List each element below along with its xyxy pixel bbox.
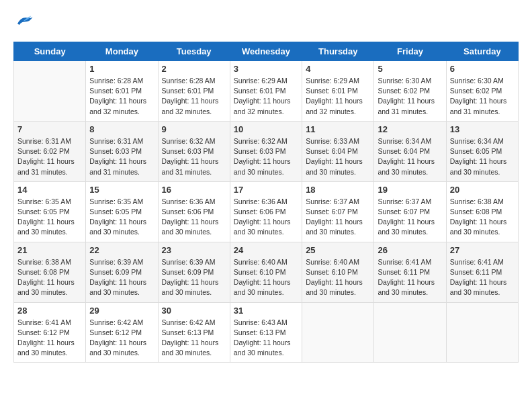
day-number: 7 [17,124,82,134]
table-row: 3Sunrise: 6:29 AMSunset: 6:01 PMDaylight… [230,61,302,122]
cell-info: Sunrise: 6:37 AMSunset: 6:07 PMDaylight:… [306,197,370,238]
calendar-week-row: 7Sunrise: 6:31 AMSunset: 6:02 PMDaylight… [14,121,519,181]
cell-info: Sunrise: 6:31 AMSunset: 6:03 PMDaylight:… [89,136,154,177]
cell-info: Sunrise: 6:28 AMSunset: 6:01 PMDaylight:… [89,76,154,117]
col-sunday: Sunday [14,42,86,61]
day-number: 17 [234,185,298,195]
table-row: 19Sunrise: 6:37 AMSunset: 6:07 PMDayligh… [374,181,446,242]
cell-info: Sunrise: 6:33 AMSunset: 6:04 PMDaylight:… [306,136,370,177]
day-number: 10 [234,124,298,134]
cell-info: Sunrise: 6:40 AMSunset: 6:10 PMDaylight:… [234,257,298,298]
day-number: 28 [17,306,82,316]
day-number: 4 [306,64,370,74]
cell-info: Sunrise: 6:29 AMSunset: 6:01 PMDaylight:… [306,76,370,117]
day-number: 15 [89,185,154,195]
day-number: 3 [234,64,298,74]
table-row: 6Sunrise: 6:30 AMSunset: 6:02 PMDaylight… [446,61,518,122]
table-row: 8Sunrise: 6:31 AMSunset: 6:03 PMDaylight… [86,121,158,181]
day-number: 29 [89,306,154,316]
cell-info: Sunrise: 6:38 AMSunset: 6:08 PMDaylight:… [450,197,515,238]
cell-info: Sunrise: 6:30 AMSunset: 6:02 PMDaylight:… [450,76,515,117]
cell-info: Sunrise: 6:29 AMSunset: 6:01 PMDaylight:… [234,76,298,117]
table-row: 2Sunrise: 6:28 AMSunset: 6:01 PMDaylight… [158,61,230,122]
day-number: 22 [89,245,154,255]
col-wednesday: Wednesday [230,42,302,61]
table-row: 17Sunrise: 6:36 AMSunset: 6:06 PMDayligh… [230,181,302,242]
cell-info: Sunrise: 6:34 AMSunset: 6:04 PMDaylight:… [378,136,442,177]
cell-info: Sunrise: 6:36 AMSunset: 6:06 PMDaylight:… [162,197,226,238]
table-row: 15Sunrise: 6:35 AMSunset: 6:05 PMDayligh… [86,181,158,242]
cell-info: Sunrise: 6:42 AMSunset: 6:13 PMDaylight:… [162,318,226,359]
day-number: 24 [234,245,298,255]
table-row: 26Sunrise: 6:41 AMSunset: 6:11 PMDayligh… [374,242,446,302]
day-number: 2 [162,64,226,74]
table-row: 28Sunrise: 6:41 AMSunset: 6:12 PMDayligh… [14,302,86,363]
table-row [14,61,86,122]
cell-info: Sunrise: 6:38 AMSunset: 6:08 PMDaylight:… [17,257,82,298]
table-row: 9Sunrise: 6:32 AMSunset: 6:03 PMDaylight… [158,121,230,181]
cell-info: Sunrise: 6:32 AMSunset: 6:03 PMDaylight:… [162,136,226,177]
table-row: 5Sunrise: 6:30 AMSunset: 6:02 PMDaylight… [374,61,446,122]
day-number: 21 [17,245,82,255]
logo-icon [13,13,34,31]
table-row: 7Sunrise: 6:31 AMSunset: 6:02 PMDaylight… [14,121,86,181]
table-row: 14Sunrise: 6:35 AMSunset: 6:05 PMDayligh… [14,181,86,242]
page-header [13,13,519,31]
cell-info: Sunrise: 6:42 AMSunset: 6:12 PMDaylight:… [89,318,154,359]
day-number: 16 [162,185,226,195]
table-row: 30Sunrise: 6:42 AMSunset: 6:13 PMDayligh… [158,302,230,363]
table-row: 24Sunrise: 6:40 AMSunset: 6:10 PMDayligh… [230,242,302,302]
cell-info: Sunrise: 6:43 AMSunset: 6:13 PMDaylight:… [234,318,298,359]
day-number: 13 [450,124,515,134]
col-tuesday: Tuesday [158,42,230,61]
table-row: 1Sunrise: 6:28 AMSunset: 6:01 PMDaylight… [86,61,158,122]
col-thursday: Thursday [302,42,374,61]
col-saturday: Saturday [446,42,518,61]
table-row: 23Sunrise: 6:39 AMSunset: 6:09 PMDayligh… [158,242,230,302]
cell-info: Sunrise: 6:32 AMSunset: 6:03 PMDaylight:… [234,136,298,177]
cell-info: Sunrise: 6:40 AMSunset: 6:10 PMDaylight:… [306,257,370,298]
day-number: 23 [162,245,226,255]
day-number: 18 [306,185,370,195]
cell-info: Sunrise: 6:41 AMSunset: 6:11 PMDaylight:… [450,257,515,298]
table-row [374,302,446,363]
day-number: 8 [89,124,154,134]
cell-info: Sunrise: 6:30 AMSunset: 6:02 PMDaylight:… [378,76,442,117]
table-row: 4Sunrise: 6:29 AMSunset: 6:01 PMDaylight… [302,61,374,122]
table-row [302,302,374,363]
cell-info: Sunrise: 6:39 AMSunset: 6:09 PMDaylight:… [162,257,226,298]
table-row [446,302,518,363]
cell-info: Sunrise: 6:41 AMSunset: 6:12 PMDaylight:… [17,318,82,359]
day-number: 31 [234,306,298,316]
table-row: 16Sunrise: 6:36 AMSunset: 6:06 PMDayligh… [158,181,230,242]
calendar-week-row: 28Sunrise: 6:41 AMSunset: 6:12 PMDayligh… [14,302,519,363]
day-number: 6 [450,64,515,74]
table-row: 10Sunrise: 6:32 AMSunset: 6:03 PMDayligh… [230,121,302,181]
day-number: 30 [162,306,226,316]
calendar-table: Sunday Monday Tuesday Wednesday Thursday… [13,42,519,363]
cell-info: Sunrise: 6:31 AMSunset: 6:02 PMDaylight:… [17,136,82,177]
table-row: 22Sunrise: 6:39 AMSunset: 6:09 PMDayligh… [86,242,158,302]
day-number: 27 [450,245,515,255]
table-row: 11Sunrise: 6:33 AMSunset: 6:04 PMDayligh… [302,121,374,181]
day-number: 19 [378,185,442,195]
cell-info: Sunrise: 6:28 AMSunset: 6:01 PMDaylight:… [162,76,226,117]
day-number: 20 [450,185,515,195]
day-number: 5 [378,64,442,74]
col-monday: Monday [86,42,158,61]
calendar-header-row: Sunday Monday Tuesday Wednesday Thursday… [14,42,519,61]
table-row: 25Sunrise: 6:40 AMSunset: 6:10 PMDayligh… [302,242,374,302]
table-row: 29Sunrise: 6:42 AMSunset: 6:12 PMDayligh… [86,302,158,363]
day-number: 12 [378,124,442,134]
table-row: 12Sunrise: 6:34 AMSunset: 6:04 PMDayligh… [374,121,446,181]
table-row: 27Sunrise: 6:41 AMSunset: 6:11 PMDayligh… [446,242,518,302]
day-number: 1 [89,64,154,74]
cell-info: Sunrise: 6:39 AMSunset: 6:09 PMDaylight:… [89,257,154,298]
calendar-week-row: 1Sunrise: 6:28 AMSunset: 6:01 PMDaylight… [14,61,519,122]
cell-info: Sunrise: 6:41 AMSunset: 6:11 PMDaylight:… [378,257,442,298]
cell-info: Sunrise: 6:34 AMSunset: 6:05 PMDaylight:… [450,136,515,177]
cell-info: Sunrise: 6:35 AMSunset: 6:05 PMDaylight:… [17,197,82,238]
calendar-week-row: 21Sunrise: 6:38 AMSunset: 6:08 PMDayligh… [14,242,519,302]
logo [13,13,36,31]
table-row: 21Sunrise: 6:38 AMSunset: 6:08 PMDayligh… [14,242,86,302]
